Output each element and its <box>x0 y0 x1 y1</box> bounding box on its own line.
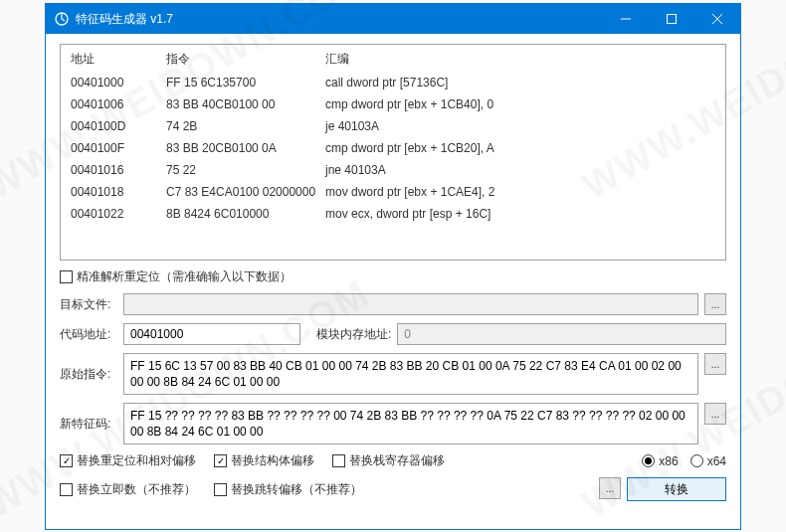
mod-addr-label: 模块内存地址: <box>316 326 391 343</box>
orig-instr-label: 原始指令: <box>60 366 117 383</box>
opt-stack-label: 替换栈寄存器偏移 <box>349 452 445 469</box>
col-instruction: 指令 <box>166 51 325 68</box>
opt-stack-checkbox[interactable] <box>332 454 345 467</box>
svg-rect-2 <box>668 15 677 24</box>
table-row[interactable]: 00401000FF 15 6C135700call dword ptr [57… <box>61 72 725 93</box>
table-row[interactable]: 0040100D74 2Bje 40103A <box>61 115 725 137</box>
disasm-list[interactable]: 地址 指令 汇编 00401000FF 15 6C135700call dwor… <box>60 44 726 261</box>
target-file-label: 目标文件: <box>60 296 117 313</box>
table-row[interactable]: 0040100683 BB 40CB0100 00cmp dword ptr [… <box>61 93 725 115</box>
cell-instruction: 75 22 <box>166 161 325 179</box>
cell-assembly: jne 40103A <box>325 161 715 179</box>
new-sig-row: 新特征码: FF 15 ?? ?? ?? ?? 83 BB ?? ?? ?? ?… <box>60 403 726 444</box>
target-file-row: 目标文件: ... <box>60 293 726 315</box>
arch-x86-label: x86 <box>659 454 678 468</box>
table-row[interactable]: 004010228B 8424 6C010000mov ecx, dword p… <box>61 203 725 225</box>
col-address: 地址 <box>71 51 166 68</box>
options-row-2: 替换立即数（不推荐） 替换跳转偏移（不推荐） ... 转换 <box>60 477 726 501</box>
opt-jmp-label: 替换跳转偏移（不推荐） <box>231 481 362 498</box>
cell-instruction: 83 BB 20CB0100 0A <box>166 139 325 157</box>
cell-address: 00401000 <box>71 74 166 91</box>
app-icon <box>54 11 70 27</box>
options-row-1: 替换重定位和相对偏移 替换结构体偏移 替换栈寄存器偏移 x86 x64 <box>60 452 726 469</box>
minimize-button[interactable] <box>603 4 649 34</box>
opt-imm-checkbox[interactable] <box>60 483 73 496</box>
orig-instr-action-button[interactable]: ... <box>704 353 726 375</box>
cell-address: 0040100D <box>71 117 166 135</box>
cell-assembly: mov dword ptr [ebx + 1CAE4], 2 <box>325 183 715 201</box>
cell-address: 00401016 <box>71 161 166 179</box>
cell-instruction: 74 2B <box>166 117 325 135</box>
table-row[interactable]: 00401018C7 83 E4CA0100 02000000mov dword… <box>61 181 725 203</box>
addr-row: 代码地址: 模块内存地址: <box>60 323 726 345</box>
cell-address: 00401022 <box>71 205 166 223</box>
close-button[interactable] <box>694 4 740 34</box>
cell-address: 00401018 <box>71 183 166 201</box>
list-header: 地址 指令 汇编 <box>61 45 725 72</box>
cell-assembly: mov ecx, dword ptr [esp + 16C] <box>325 205 715 223</box>
orig-instr-row: 原始指令: FF 15 6C 13 57 00 83 BB 40 CB 01 0… <box>60 353 726 395</box>
new-sig-label: 新特征码: <box>60 416 117 433</box>
cell-assembly: cmp dword ptr [ebx + 1CB20], A <box>325 139 715 157</box>
opt-reloc-checkbox[interactable] <box>60 454 73 467</box>
precise-label: 精准解析重定位（需准确输入以下数据） <box>77 268 292 285</box>
window-title: 特征码生成器 v1.7 <box>76 11 603 28</box>
cell-assembly: call dword ptr [57136C] <box>325 74 715 91</box>
maximize-button[interactable] <box>649 4 694 34</box>
mod-addr-input[interactable] <box>397 323 726 345</box>
code-addr-label: 代码地址: <box>60 326 117 343</box>
orig-instr-textarea[interactable]: FF 15 6C 13 57 00 83 BB 40 CB 01 00 00 7… <box>123 353 698 395</box>
arch-x64-radio[interactable] <box>690 454 703 467</box>
table-row[interactable]: 0040101675 22jne 40103A <box>61 159 725 181</box>
convert-button[interactable]: 转换 <box>627 477 726 501</box>
cell-assembly: cmp dword ptr [ebx + 1CB40], 0 <box>325 95 715 113</box>
opt-reloc-label: 替换重定位和相对偏移 <box>77 452 196 469</box>
new-sig-action-button[interactable]: ... <box>704 403 726 425</box>
titlebar: 特征码生成器 v1.7 <box>46 4 740 34</box>
code-addr-input[interactable] <box>123 323 300 345</box>
target-file-input[interactable] <box>123 293 698 315</box>
cell-instruction: 83 BB 40CB0100 00 <box>166 95 325 113</box>
col-assembly: 汇编 <box>325 51 715 68</box>
opt-imm-label: 替换立即数（不推荐） <box>77 481 196 498</box>
extra-action-button[interactable]: ... <box>599 477 621 499</box>
opt-jmp-checkbox[interactable] <box>214 483 227 496</box>
opt-struct-label: 替换结构体偏移 <box>231 452 314 469</box>
content-area: 地址 指令 汇编 00401000FF 15 6C135700call dwor… <box>46 34 740 529</box>
cell-instruction: FF 15 6C135700 <box>166 74 325 91</box>
cell-instruction: 8B 8424 6C010000 <box>166 205 325 223</box>
cell-address: 0040100F <box>71 139 166 157</box>
cell-instruction: C7 83 E4CA0100 02000000 <box>166 183 325 201</box>
app-window: 特征码生成器 v1.7 地址 指令 汇编 00401000FF 15 6C135… <box>45 3 741 530</box>
new-sig-textarea[interactable]: FF 15 ?? ?? ?? ?? 83 BB ?? ?? ?? ?? 00 7… <box>123 403 698 444</box>
precise-checkbox[interactable] <box>60 270 73 283</box>
precise-row: 精准解析重定位（需准确输入以下数据） <box>60 268 726 285</box>
arch-x86-radio[interactable] <box>642 454 655 467</box>
browse-file-button[interactable]: ... <box>704 293 726 315</box>
table-row[interactable]: 0040100F83 BB 20CB0100 0Acmp dword ptr [… <box>61 137 725 159</box>
cell-assembly: je 40103A <box>325 117 715 135</box>
cell-address: 00401006 <box>71 95 166 113</box>
opt-struct-checkbox[interactable] <box>214 454 227 467</box>
arch-x64-label: x64 <box>707 454 726 468</box>
